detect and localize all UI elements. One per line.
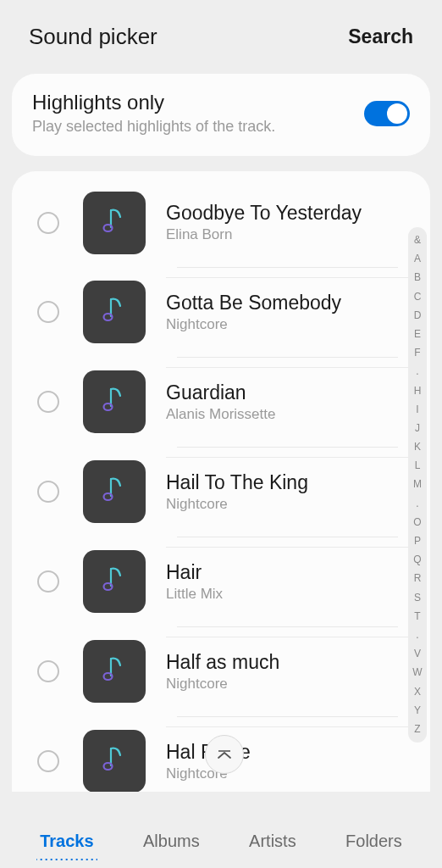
- track-info: Half as muchNightcore: [166, 637, 427, 706]
- track-artist: Elina Born: [166, 226, 427, 243]
- alpha-index-letter[interactable]: Q: [413, 552, 421, 568]
- track-info: Gotta Be SomebodyNightcore: [166, 277, 427, 347]
- track-info: HairLittle Mix: [166, 547, 427, 616]
- alpha-index-letter[interactable]: P: [414, 533, 421, 549]
- track-title: Half as much: [166, 651, 427, 674]
- music-note-icon: [100, 564, 129, 599]
- track-radio[interactable]: [37, 301, 59, 323]
- alpha-index-letter[interactable]: V: [414, 646, 421, 662]
- alpha-index-letter[interactable]: D: [414, 308, 422, 324]
- track-thumbnail: [83, 370, 146, 433]
- scroll-to-top-button[interactable]: [205, 735, 244, 774]
- track-artist: Nightcore: [166, 496, 427, 513]
- track-radio[interactable]: [37, 391, 59, 413]
- alpha-index-letter[interactable]: L: [415, 458, 421, 474]
- track-thumbnail: [83, 730, 146, 792]
- alpha-index-letter[interactable]: B: [414, 270, 421, 286]
- alpha-index-letter[interactable]: I: [416, 402, 418, 418]
- bottom-nav: TracksAlbumsArtistsFolders: [0, 814, 442, 868]
- toggle-knob: [387, 103, 407, 124]
- alpha-index-letter[interactable]: O: [413, 515, 421, 531]
- alpha-index-letter[interactable]: K: [414, 439, 421, 455]
- track-artist: Nightcore: [166, 765, 427, 782]
- track-info: GuardianAlanis Morissette: [166, 367, 427, 437]
- divider: [177, 447, 398, 448]
- alpha-index-letter[interactable]: E: [414, 326, 421, 342]
- music-note-icon: [100, 474, 129, 509]
- track-artist: Alanis Morissette: [166, 406, 427, 423]
- track-row[interactable]: Hail To The KingNightcore: [12, 447, 430, 537]
- track-row[interactable]: GuardianAlanis Morissette: [12, 357, 430, 447]
- alpha-index-letter[interactable]: A: [414, 251, 421, 267]
- tracks-list: Goodbye To YesterdayElina BornGotta Be S…: [12, 171, 430, 792]
- highlights-text: Highlights only Play selected highlights…: [32, 91, 364, 136]
- alpha-index-letter[interactable]: H: [414, 383, 422, 399]
- alpha-index-letter[interactable]: C: [414, 289, 422, 305]
- track-artist: Nightcore: [166, 676, 427, 693]
- highlights-subtitle: Play selected highlights of the track.: [32, 118, 364, 136]
- nav-tab-albums[interactable]: Albums: [140, 825, 203, 858]
- music-note-icon: [100, 743, 129, 779]
- divider: [177, 357, 398, 358]
- track-info: Goodbye To YesterdayElina Born: [166, 188, 427, 257]
- alpha-index-scroll[interactable]: &ABCDEF.HIJKLM.OPQRST.VWXYZ: [408, 227, 427, 743]
- divider: [177, 537, 398, 537]
- chevron-up-icon: [215, 745, 234, 764]
- track-info: Hail To The KingNightcore: [166, 457, 427, 526]
- alpha-index-letter[interactable]: F: [414, 345, 420, 361]
- alpha-index-letter[interactable]: X: [414, 684, 421, 700]
- track-title: Goodbye To Yesterday: [166, 202, 427, 225]
- alpha-index-letter[interactable]: M: [413, 476, 422, 492]
- highlights-toggle[interactable]: [364, 101, 410, 126]
- track-thumbnail: [83, 281, 146, 343]
- track-row[interactable]: Half as muchNightcore: [12, 626, 430, 716]
- alpha-index-letter[interactable]: .: [416, 364, 418, 380]
- alpha-index-letter[interactable]: .: [416, 496, 418, 512]
- music-note-icon: [100, 205, 129, 241]
- track-row[interactable]: Gotta Be SomebodyNightcore: [12, 267, 430, 357]
- alpha-index-letter[interactable]: T: [414, 609, 420, 625]
- music-note-icon: [100, 294, 129, 330]
- track-radio[interactable]: [37, 212, 59, 234]
- highlights-card: Highlights only Play selected highlights…: [12, 74, 430, 156]
- alpha-index-letter[interactable]: R: [414, 570, 422, 587]
- alpha-index-letter[interactable]: S: [414, 590, 421, 606]
- track-title: Hair: [166, 561, 427, 584]
- track-radio[interactable]: [37, 660, 59, 682]
- track-row[interactable]: Goodbye To YesterdayElina Born: [12, 178, 430, 267]
- track-radio[interactable]: [37, 570, 59, 593]
- page-title: Sound picker: [29, 24, 157, 50]
- track-title: Hail To The King: [166, 471, 427, 494]
- track-thumbnail: [83, 640, 146, 703]
- track-radio[interactable]: [37, 481, 59, 503]
- music-note-icon: [100, 654, 129, 689]
- alpha-index-letter[interactable]: .: [416, 627, 418, 643]
- search-button[interactable]: Search: [348, 25, 413, 48]
- divider: [177, 626, 398, 627]
- highlights-title: Highlights only: [32, 91, 364, 114]
- nav-tab-tracks[interactable]: Tracks: [36, 825, 97, 858]
- track-title: Guardian: [166, 381, 427, 404]
- music-note-icon: [100, 384, 129, 420]
- track-artist: Little Mix: [166, 586, 427, 603]
- alpha-index-letter[interactable]: &: [414, 232, 421, 248]
- track-row[interactable]: HairLittle Mix: [12, 537, 430, 626]
- alpha-index-letter[interactable]: Z: [414, 721, 420, 737]
- track-title: Gotta Be Somebody: [166, 292, 427, 314]
- nav-tab-artists[interactable]: Artists: [246, 825, 300, 858]
- track-radio[interactable]: [37, 750, 59, 772]
- track-thumbnail: [83, 192, 146, 254]
- alpha-index-letter[interactable]: W: [412, 665, 422, 681]
- header: Sound picker Search: [0, 0, 442, 65]
- divider: [177, 716, 398, 717]
- track-thumbnail: [83, 460, 146, 523]
- divider: [177, 267, 398, 268]
- alpha-index-letter[interactable]: Y: [414, 703, 421, 719]
- track-artist: Nightcore: [166, 316, 427, 333]
- track-thumbnail: [83, 550, 146, 613]
- alpha-index-letter[interactable]: J: [415, 420, 420, 437]
- nav-tab-folders[interactable]: Folders: [342, 825, 406, 858]
